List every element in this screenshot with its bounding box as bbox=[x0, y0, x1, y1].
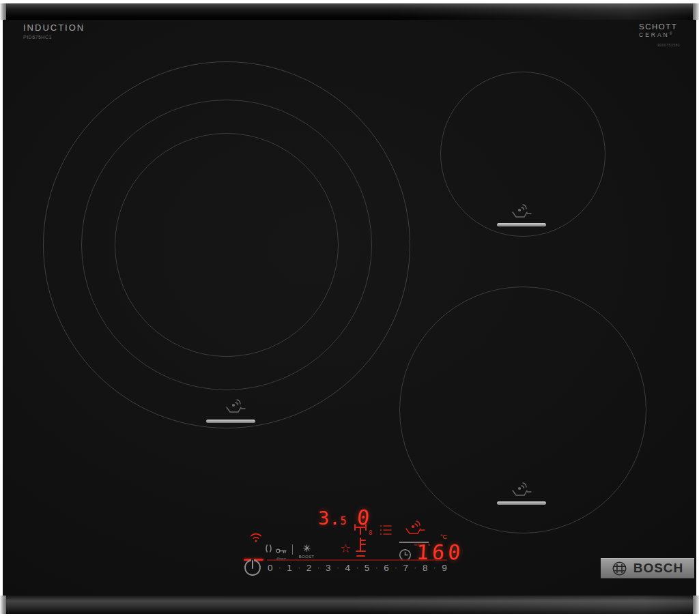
level-5[interactable]: 5 bbox=[365, 563, 370, 573]
level-1[interactable]: 1 bbox=[287, 563, 292, 573]
dot-separator: · bbox=[337, 563, 339, 572]
level-3[interactable]: 3 bbox=[326, 563, 331, 573]
bosch-wordmark: BOSCH bbox=[633, 561, 684, 576]
zone-bottom-right-position-mark bbox=[497, 501, 546, 505]
dot-separator: · bbox=[395, 563, 397, 572]
led-decimal: 5 bbox=[341, 515, 347, 527]
schott-small-print: 9000753580 bbox=[639, 43, 680, 47]
pan-sensor-icon bbox=[223, 396, 246, 415]
zone-display-bottom-right: 8 bbox=[350, 523, 377, 558]
trim-sheen bbox=[0, 596, 699, 614]
zone-left-position-mark bbox=[206, 420, 255, 423]
boost-star-icon bbox=[303, 544, 311, 552]
wifi-icon bbox=[248, 532, 263, 544]
trim-sheen bbox=[0, 3, 699, 20]
power-level-slider[interactable]: 0 · 1 · 2 · 3 · 4 · 5 · 6 · 7 · 8 · 9 bbox=[268, 561, 447, 574]
led-digits: 3. bbox=[318, 508, 341, 529]
favorite-star-icon[interactable]: ☆ bbox=[340, 541, 351, 555]
bosch-emblem-icon bbox=[612, 561, 627, 576]
bosch-logo-plate: BOSCH bbox=[601, 558, 694, 578]
slider-track[interactable] bbox=[267, 559, 447, 561]
model-number: PID675HC1 bbox=[23, 35, 85, 40]
dot-separator: · bbox=[279, 563, 281, 572]
registered-mark: ® bbox=[670, 31, 674, 35]
induction-label: INDUCTION bbox=[23, 23, 85, 33]
level-4[interactable]: 4 bbox=[345, 563, 350, 573]
dot-separator: · bbox=[433, 563, 436, 572]
dot-separator: · bbox=[298, 563, 300, 572]
dot-separator: · bbox=[414, 563, 416, 572]
level-0[interactable]: 0 bbox=[268, 563, 273, 573]
pan-sensor-icon bbox=[509, 480, 532, 499]
schott-line1: SCHOTT bbox=[639, 23, 680, 31]
trim-cap-left bbox=[0, 3, 6, 20]
level-6[interactable]: 6 bbox=[384, 563, 389, 573]
trim-cap-right bbox=[693, 3, 699, 20]
top-metal-trim bbox=[0, 3, 699, 20]
led-small-digit: 8 bbox=[369, 529, 372, 536]
zone-top-right-position-mark bbox=[497, 223, 546, 226]
pan-sensor-icon bbox=[509, 201, 532, 220]
boost-group[interactable]: BOOST bbox=[296, 542, 317, 559]
level-8[interactable]: 8 bbox=[423, 563, 428, 573]
zone-display-left: 3.5 bbox=[318, 508, 347, 529]
boost-label: BOOST bbox=[296, 555, 317, 559]
level-2[interactable]: 2 bbox=[306, 563, 312, 573]
trim-cap-left bbox=[0, 596, 6, 614]
frying-sensor-icon[interactable] bbox=[403, 518, 426, 537]
unit-degrees: °C bbox=[440, 533, 447, 540]
zone-left-inner-ring bbox=[115, 133, 339, 357]
branding-block: INDUCTION PID675HC1 bbox=[23, 23, 85, 40]
dot-separator: · bbox=[375, 563, 378, 572]
product-image: INDUCTION PID675HC1 SCHOTT CERAN® 900075… bbox=[0, 0, 699, 616]
trim-cap-right bbox=[693, 596, 699, 614]
key-lock-icon bbox=[276, 548, 287, 554]
power-button[interactable] bbox=[243, 558, 262, 577]
level-9[interactable]: 9 bbox=[442, 563, 447, 573]
schott-ceran-logo: SCHOTT CERAN® 9000753580 bbox=[639, 23, 680, 47]
dot-separator: · bbox=[317, 563, 320, 572]
level-7[interactable]: 7 bbox=[403, 563, 409, 573]
move-pan-indicator bbox=[380, 524, 393, 536]
dot-separator: · bbox=[356, 563, 358, 572]
schott-line2: CERAN® bbox=[639, 31, 680, 38]
bottom-metal-trim bbox=[0, 596, 699, 614]
pause-icon[interactable] bbox=[265, 544, 272, 553]
panel-divider bbox=[292, 544, 293, 555]
key-lock-group[interactable]: 4sec bbox=[274, 544, 289, 561]
